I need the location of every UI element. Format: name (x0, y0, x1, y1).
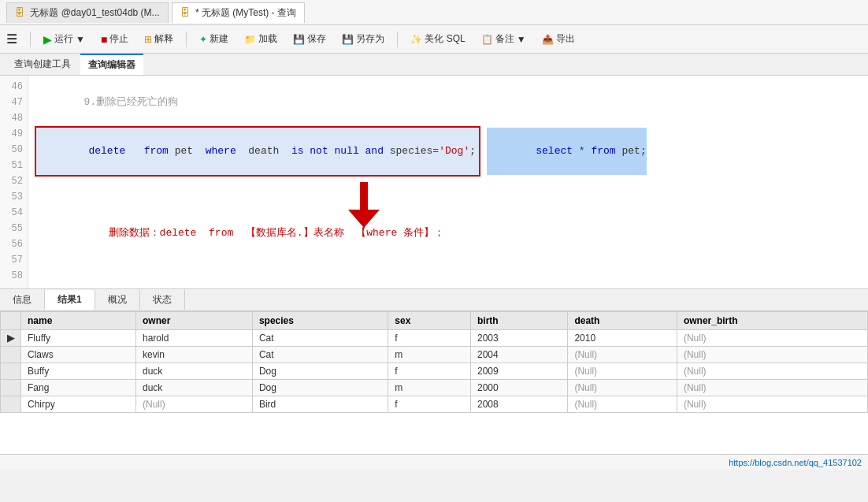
cell-species: Dog (252, 380, 388, 396)
cell-owner_birth: (Null) (677, 380, 867, 396)
db-icon: 🗄 (15, 7, 24, 18)
row-indicator: ▶ (1, 330, 21, 347)
main-toolbar: ☰ ▶ 运行 ▼ ■ 停止 ⊞ 解释 ✦ 新建 📁 加载 💾 保存 💾 另存为 … (0, 25, 868, 54)
cell-sex: f (388, 363, 471, 380)
separator1 (30, 32, 31, 47)
cell-owner: duck (136, 363, 253, 380)
cell-name: Claws (21, 347, 136, 363)
col-sex: sex (388, 312, 471, 330)
new-button[interactable]: ✦ 新建 (193, 30, 235, 48)
cell-death: (Null) (568, 363, 677, 380)
code-line-51: 删除数据：delete from 【数据库名.】表名称 【where 条件】； (35, 210, 862, 288)
title-bar: 🗄 无标题 @day01_test04db (M... 🗄 * 无标题 (MyT… (0, 0, 868, 25)
row-indicator (1, 396, 21, 413)
export-button[interactable]: 📤 导出 (536, 30, 581, 48)
cell-owner_birth: (Null) (677, 363, 867, 380)
load-button[interactable]: 📁 加载 (238, 30, 284, 48)
code-line-48: select * from pet; (487, 128, 647, 175)
table-row: ▶FluffyharoldCatf20032010(Null) (1, 330, 868, 347)
cell-owner_birth: (Null) (677, 396, 867, 413)
cell-name: Fang (21, 380, 136, 396)
cell-death: (Null) (568, 380, 677, 396)
col-owner-birth: owner_birth (677, 312, 867, 330)
cell-birth: 2000 (470, 380, 567, 396)
bottom-panel: 信息 结果1 概况 状态 name owner species sex birt… (0, 288, 868, 454)
play-icon: ▶ (43, 33, 52, 46)
load-icon: 📁 (244, 34, 256, 45)
col-species: species (252, 312, 388, 330)
sub-toolbar: 查询创建工具 查询编辑器 (0, 54, 868, 76)
cell-owner: duck (136, 380, 253, 396)
tab-query-editor[interactable]: 查询编辑器 (80, 54, 143, 75)
cell-species: Cat (252, 330, 388, 347)
cell-species: Dog (252, 363, 388, 380)
row-indicator (1, 347, 21, 363)
row-indicator (1, 363, 21, 380)
active-tab[interactable]: 🗄 * 无标题 (MyTest) - 查询 (172, 2, 305, 23)
stop-icon: ■ (101, 33, 107, 46)
separator3 (397, 32, 398, 47)
tab-query-builder[interactable]: 查询创建工具 (6, 54, 79, 74)
save-icon: 💾 (293, 34, 305, 45)
tab-result1[interactable]: 结果1 (45, 290, 95, 310)
table-row: FangduckDogm2000(Null)(Null) (1, 380, 868, 396)
cell-owner: (Null) (136, 396, 253, 413)
backup-dropdown-icon: ▼ (517, 34, 526, 45)
result-table: name owner species sex birth death owner… (0, 311, 868, 413)
row-indicator (1, 380, 21, 396)
cell-death: 2010 (568, 330, 677, 347)
explain-button[interactable]: ⊞ 解释 (138, 30, 180, 48)
cell-species: Bird (252, 396, 388, 413)
backup-icon: 📋 (481, 34, 493, 45)
col-owner: owner (136, 312, 253, 330)
line-numbers: 46 47 48 49 50 51 52 53 54 55 56 57 58 (0, 76, 28, 288)
code-line-50 (35, 194, 862, 210)
result-table-container: name owner species sex birth death owner… (0, 311, 868, 452)
svg-rect-0 (360, 182, 368, 210)
run-button[interactable]: ▶ 运行 ▼ (37, 30, 91, 48)
backup-button[interactable]: 📋 备注 ▼ (475, 30, 532, 48)
left-tab[interactable]: 🗄 无标题 @day01_test04db (M... (6, 2, 169, 23)
cell-sex: f (388, 330, 471, 347)
save-button[interactable]: 💾 保存 (287, 30, 332, 48)
saveas-button[interactable]: 💾 另存为 (336, 30, 391, 48)
col-death: death (568, 312, 677, 330)
separator2 (186, 32, 187, 47)
cell-death: (Null) (568, 396, 677, 413)
svg-marker-1 (348, 210, 380, 228)
row-indicator-header (1, 312, 21, 330)
status-url: https://blog.csdn.net/qq_41537102 (729, 458, 862, 467)
code-line-49 (35, 178, 862, 194)
cell-owner_birth: (Null) (677, 347, 867, 363)
col-name: name (21, 312, 136, 330)
table-row: BuffyduckDogf2009(Null)(Null) (1, 363, 868, 380)
bottom-tabs: 信息 结果1 概况 状态 (0, 289, 868, 311)
code-editor[interactable]: 46 47 48 49 50 51 52 53 54 55 56 57 58 9… (0, 76, 868, 288)
table-row: Chirpy(Null)Birdf2008(Null)(Null) (1, 396, 868, 413)
cell-owner: kevin (136, 347, 253, 363)
cell-owner: harold (136, 330, 253, 347)
cell-name: Buffy (21, 363, 136, 380)
export-icon: 📤 (542, 34, 554, 45)
down-arrow (287, 166, 380, 251)
menu-icon[interactable]: ☰ (6, 32, 17, 46)
tab-status[interactable]: 状态 (140, 290, 185, 310)
code-content[interactable]: 9.删除已经死亡的狗 delete from pet where death i… (28, 76, 868, 288)
cell-name: Fluffy (21, 330, 136, 347)
code-line-47: delete from pet where death is not null … (35, 126, 480, 177)
table-row: ClawskevinCatm2004(Null)(Null) (1, 347, 868, 363)
code-line-46: 9.删除已经死亡的狗 (35, 79, 862, 126)
cell-owner_birth: (Null) (677, 330, 867, 347)
tab-overview[interactable]: 概况 (95, 290, 140, 310)
cell-sex: m (388, 380, 471, 396)
cell-birth: 2009 (470, 363, 567, 380)
new-icon: ✦ (199, 34, 207, 45)
cell-birth: 2004 (470, 347, 567, 363)
cell-name: Chirpy (21, 396, 136, 413)
stop-button[interactable]: ■ 停止 (95, 30, 135, 48)
query-icon: 🗄 (180, 7, 190, 18)
cell-death: (Null) (568, 347, 677, 363)
cell-birth: 2008 (470, 396, 567, 413)
beautify-button[interactable]: ✨ 美化 SQL (404, 30, 471, 48)
tab-info[interactable]: 信息 (0, 290, 45, 310)
